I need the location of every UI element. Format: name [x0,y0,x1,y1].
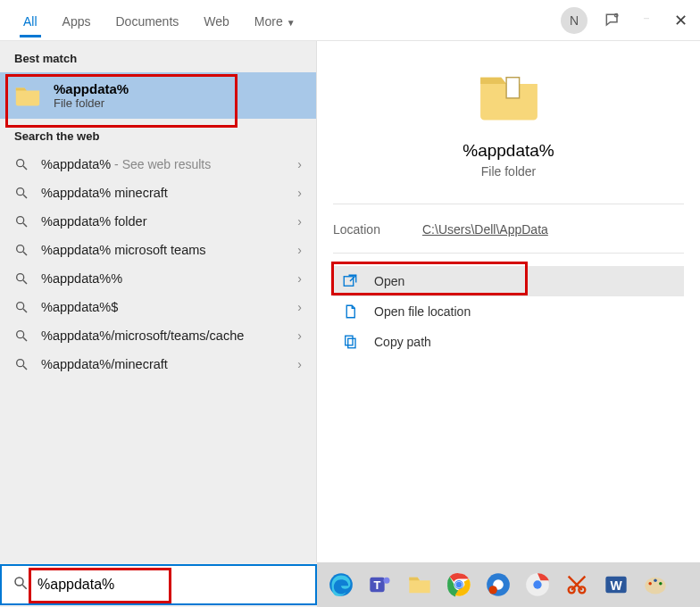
feedback-icon[interactable] [604,12,621,29]
folder-icon [478,70,540,121]
tab-web[interactable]: Web [191,4,242,37]
preview-panel: %appdata% File folder Location C:\Users\… [316,41,700,562]
preview-title: %appdata% [333,141,684,161]
svg-line-17 [23,337,27,341]
svg-point-1 [645,18,646,19]
taskbar: T W [0,562,700,607]
divider [333,204,684,204]
web-suggestion[interactable]: %appdata% - See web results › [0,150,316,179]
tab-documents[interactable]: Documents [103,4,191,37]
svg-rect-21 [344,277,354,287]
svg-line-5 [23,166,27,170]
svg-line-15 [23,309,27,312]
svg-point-8 [17,217,24,224]
open-label: Open [374,274,404,288]
suggestion-text: %appdata% folder [41,214,285,229]
chevron-down-icon: ▼ [287,18,296,28]
svg-point-0 [615,13,618,16]
svg-rect-22 [346,336,353,345]
word-icon[interactable]: W [601,570,631,600]
chrome-beta-icon[interactable] [522,570,553,600]
paint-icon[interactable] [640,570,671,600]
svg-line-11 [23,252,27,255]
web-suggestion[interactable]: %appdata% minecraft › [0,179,316,207]
search-icon [12,575,29,595]
web-suggestion[interactable]: %appdata% folder › [0,207,316,236]
avatar[interactable]: N [561,7,588,34]
svg-point-46 [659,582,662,586]
copy-path-action[interactable]: Copy path [333,327,684,357]
best-match-heading: Best match [0,41,316,72]
svg-point-38 [533,580,541,588]
folder-icon [14,85,41,106]
open-file-location-action[interactable]: Open file location [333,296,684,327]
chevron-right-icon: › [297,328,302,343]
suggestion-text: %appdata% microsoft teams [41,243,285,257]
chevron-right-icon: › [297,300,302,314]
best-match-text: %appdata% File folder [54,81,129,110]
svg-line-19 [23,366,27,370]
svg-point-29 [384,578,390,584]
chevron-right-icon: › [297,186,302,200]
web-suggestion[interactable]: %appdata%% › [0,264,316,293]
svg-point-33 [456,582,462,588]
svg-line-13 [23,280,27,284]
open-file-location-label: Open file location [374,304,471,319]
preview-subtitle: File folder [333,164,684,179]
divider [333,253,684,254]
svg-point-44 [648,582,652,586]
tab-apps[interactable]: Apps [50,4,104,37]
svg-point-3 [648,18,649,19]
svg-point-4 [17,160,24,167]
chevron-right-icon: › [297,243,302,257]
search-icon [14,300,29,314]
search-icon [14,357,29,371]
snip-tool-icon[interactable] [562,570,592,600]
location-label: Location [333,222,422,237]
chrome-icon[interactable] [444,570,474,600]
location-link[interactable]: C:\Users\Dell\AppData [422,222,548,237]
search-icon [14,271,29,286]
svg-point-14 [17,303,24,310]
suggestion-text: %appdata%% [41,271,285,286]
web-suggestion[interactable]: %appdata%$ › [0,293,316,321]
best-match-subtitle: File folder [54,96,129,110]
file-location-icon [342,304,358,320]
best-match-item[interactable]: %appdata% File folder [0,72,316,119]
header: All Apps Documents Web More▼ N ✕ [0,0,700,41]
svg-point-6 [17,188,24,195]
svg-line-9 [23,223,27,227]
tab-more[interactable]: More▼ [242,4,308,37]
annotation-highlight [331,262,528,295]
search-input[interactable] [38,577,304,593]
open-action[interactable]: Open [333,266,684,296]
location-row: Location C:\Users\Dell\AppData [333,217,684,242]
search-icon [14,186,29,200]
svg-point-12 [17,274,24,281]
web-suggestion[interactable]: %appdata% microsoft teams › [0,236,316,264]
svg-rect-20 [506,78,520,98]
chevron-right-icon: › [297,271,302,286]
web-suggestion[interactable]: %appdata%/minecraft › [0,350,316,378]
svg-point-24 [15,578,23,586]
file-explorer-icon[interactable] [404,570,435,600]
search-icon [14,214,29,229]
suggestion-text: %appdata% - See web results [41,157,285,171]
web-suggestion[interactable]: %appdata%/microsoft/teams/cache › [0,321,316,350]
svg-point-36 [489,586,497,594]
more-icon[interactable] [638,12,655,29]
search-box[interactable] [0,564,317,605]
close-icon[interactable]: ✕ [671,12,689,29]
tab-all[interactable]: All [11,4,50,37]
svg-text:T: T [374,578,381,592]
header-tabs: All Apps Documents Web More▼ [11,4,308,37]
teams-icon[interactable]: T [365,570,396,600]
results-panel: Best match %appdata% File folder Search … [0,41,316,562]
edge-icon[interactable] [326,570,356,600]
app-icon[interactable] [483,570,513,600]
copy-icon [342,334,358,350]
svg-point-10 [17,245,24,253]
taskbar-tray: T W [317,562,700,607]
chevron-right-icon: › [297,157,302,171]
chevron-right-icon: › [297,357,302,371]
